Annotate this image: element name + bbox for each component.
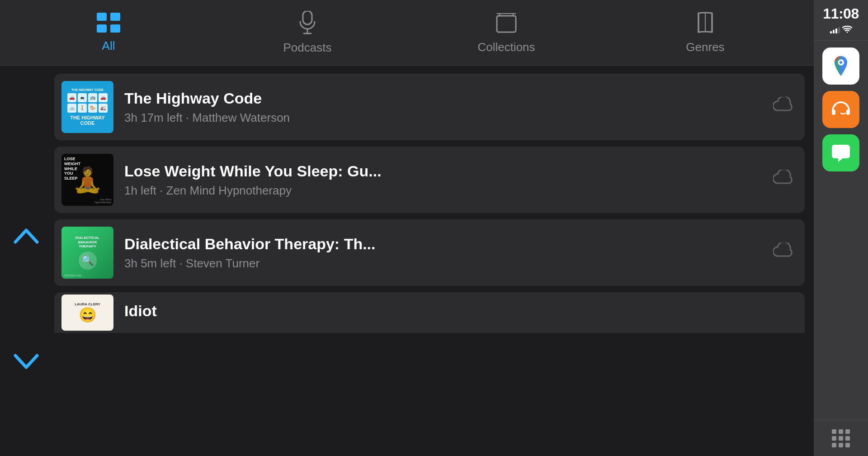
tab-all[interactable]: All	[9, 13, 208, 53]
book-meta-highway-code: 3h 17m left · Matthew Waterson	[124, 111, 764, 125]
svg-rect-4	[303, 11, 312, 24]
tab-collections[interactable]: Collections	[407, 11, 606, 54]
status-bar: 11:08	[814, 0, 868, 41]
book-cover-lose-weight: LoseWeightWhileYouSleep 🧘 Zen MindHypnot…	[61, 154, 113, 206]
idiot-author-label: Laura Clery	[75, 302, 100, 306]
book-title-idiot: Idiot	[124, 302, 794, 320]
scroll-down-button[interactable]	[13, 351, 40, 375]
svg-rect-1	[110, 13, 120, 21]
status-icons	[830, 25, 852, 35]
tab-all-label: All	[102, 39, 115, 53]
main-area: All Podcasts	[0, 0, 814, 456]
signal-bars	[830, 26, 840, 33]
status-time: 11:08	[823, 5, 859, 22]
book-item-lose-weight[interactable]: LoseWeightWhileYouSleep 🧘 Zen MindHypnot…	[54, 147, 805, 213]
idiot-figure-icon: 😄	[79, 306, 97, 323]
svg-rect-0	[97, 13, 107, 21]
right-sidebar: 11:08	[814, 0, 868, 456]
book-info-lose-weight: Lose Weight While You Sleep: Gu... 1h le…	[124, 162, 764, 198]
svg-rect-7	[497, 16, 516, 32]
grid-dots-icon	[832, 429, 850, 447]
book-list: THE HIGHWAY CODE 🚗 🏍 🚌 🚗 🚲 🚶 🐎 🚛 The Hig…	[54, 74, 805, 286]
signal-bar-2	[833, 30, 835, 33]
book-info-highway-code: The Highway Code 3h 17m left · Matthew W…	[124, 89, 764, 125]
app-icon-audible[interactable]	[822, 91, 859, 128]
collections-icon	[495, 11, 518, 37]
all-grid-icon	[97, 13, 120, 35]
home-grid-button[interactable]	[814, 420, 868, 456]
cloud-download-icon-highway	[773, 97, 794, 117]
app-icon-maps[interactable]	[822, 48, 859, 85]
scroll-up-button[interactable]	[13, 225, 40, 248]
svg-point-14	[846, 31, 848, 33]
wifi-icon	[842, 25, 852, 35]
book-cover-dbt: DialecticalBehaviorTherapy 🔍 Steven Tur.…	[61, 227, 113, 279]
book-title-dbt: Dialectical Behavior Therapy: Th...	[124, 235, 764, 253]
svg-rect-3	[110, 24, 120, 33]
book-cover-highway-code: THE HIGHWAY CODE 🚗 🏍 🚌 🚗 🚲 🚶 🐎 🚛 The Hig…	[61, 81, 113, 133]
signal-bar-3	[835, 28, 837, 33]
svg-rect-19	[827, 96, 854, 123]
book-item-highway-code[interactable]: THE HIGHWAY CODE 🚗 🏍 🚌 🚗 🚲 🚶 🐎 🚛 The Hig…	[54, 74, 805, 140]
nav-bar: All Podcasts	[0, 0, 814, 66]
app-icons-list	[817, 41, 865, 420]
svg-point-18	[840, 61, 842, 64]
cloud-download-icon-dbt	[773, 242, 794, 263]
book-item-idiot[interactable]: Laura Clery 😄 Idiot	[54, 292, 805, 333]
book-item-dbt[interactable]: DialecticalBehaviorTherapy 🔍 Steven Tur.…	[54, 219, 805, 286]
book-meta-dbt: 3h 5m left · Steven Turner	[124, 256, 764, 271]
cloud-download-icon-lose-weight	[773, 170, 794, 190]
app-icon-messages[interactable]	[822, 134, 859, 171]
signal-bar-1	[830, 31, 832, 33]
signal-bar-4	[838, 27, 840, 33]
book-title-highway-code: The Highway Code	[124, 89, 764, 108]
book-info-idiot: Idiot	[124, 302, 794, 324]
tab-genres-label: Genres	[686, 40, 724, 54]
svg-rect-2	[97, 24, 107, 33]
svg-rect-21	[846, 109, 850, 115]
tab-genres[interactable]: Genres	[606, 11, 805, 54]
book-title-lose-weight: Lose Weight While You Sleep: Gu...	[124, 162, 764, 180]
podcasts-mic-icon	[298, 11, 316, 37]
genres-book-icon	[695, 11, 716, 37]
book-info-dbt: Dialectical Behavior Therapy: Th... 3h 5…	[124, 235, 764, 271]
tab-podcasts[interactable]: Podcasts	[208, 11, 407, 55]
content-area: THE HIGHWAY CODE 🚗 🏍 🚌 🚗 🚲 🚶 🐎 🚛 The Hig…	[0, 66, 814, 456]
svg-rect-20	[832, 109, 835, 115]
book-meta-lose-weight: 1h left · Zen Mind Hypnotherapy	[124, 184, 764, 198]
tab-podcasts-label: Podcasts	[283, 41, 332, 55]
tab-collections-label: Collections	[477, 40, 535, 54]
book-cover-idiot: Laura Clery 😄	[61, 294, 113, 331]
